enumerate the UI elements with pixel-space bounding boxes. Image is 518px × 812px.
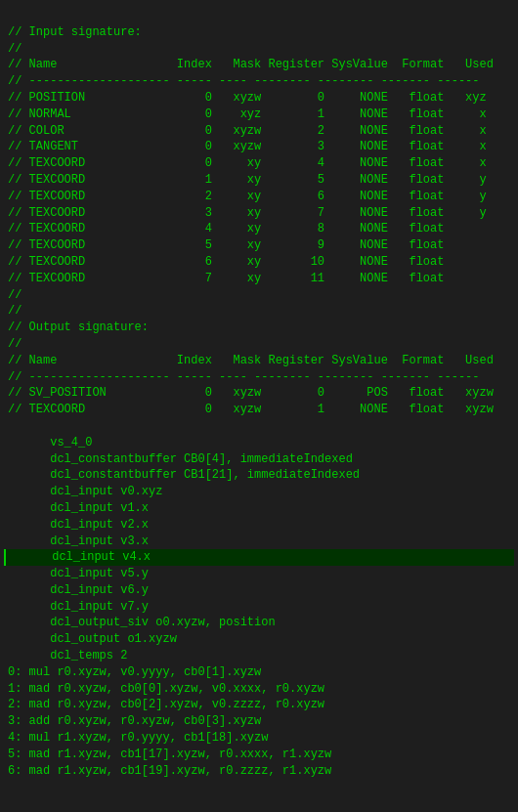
code-line: dcl_temps 2 [4,648,514,664]
code-line: dcl_output o1.xyzw [4,631,514,648]
code-line: // TEXCOORD 0 xyzw 1 NONE float xyzw [4,402,514,418]
code-line: dcl_input v2.x [4,517,514,534]
code-display: // Input signature://// Name Index Mask … [0,0,518,787]
code-line: 5: mad r1.xyzw, cb1[17].xyzw, r0.xxxx, r… [4,747,514,763]
code-line: // TEXCOORD 3 xy 7 NONE float y [4,205,514,222]
code-line: // SV_POSITION 0 xyzw 0 POS float xyzw [4,385,514,402]
code-line: 2: mad r0.xyzw, cb0[2].xyzw, v0.zzzz, r0… [4,697,514,713]
code-line: vs_4_0 [4,435,514,451]
code-line: dcl_input v4.x [4,549,514,566]
code-line: // TEXCOORD 7 xy 11 NONE float [4,271,514,287]
code-line: // -------------------- ----- ---- -----… [4,73,514,90]
code-line: 0: mul r0.xyzw, v0.yyyy, cb0[1].xyzw [4,664,514,681]
code-line: dcl_input v7.y [4,599,514,616]
code-line: 4: mul r1.xyzw, r0.yyyy, cb1[18].xyzw [4,730,514,747]
code-line: 1: mad r0.xyzw, cb0[0].xyzw, v0.xxxx, r0… [4,681,514,698]
code-line [4,418,514,435]
code-line: // [4,41,514,58]
code-line: // [4,303,514,320]
code-line: dcl_input v6.y [4,582,514,599]
code-line: // Input signature: [4,24,514,41]
code-line: // [4,336,514,353]
code-line: // TEXCOORD 1 xy 5 NONE float y [4,172,514,189]
code-line: // NORMAL 0 xyz 1 NONE float x [4,107,514,123]
code-line: // COLOR 0 xyzw 2 NONE float x [4,123,514,140]
code-line: 6: mad r1.xyzw, cb1[19].xyzw, r0.zzzz, r… [4,763,514,780]
code-line: dcl_input v0.xyz [4,484,514,500]
code-line: // TEXCOORD 0 xy 4 NONE float x [4,155,514,172]
code-line: // [4,287,514,304]
code-line: dcl_input v5.y [4,566,514,582]
code-line: // TEXCOORD 2 xy 6 NONE float y [4,189,514,205]
code-line: // Output signature: [4,320,514,336]
code-line: // -------------------- ----- ---- -----… [4,369,514,386]
code-line: 3: add r0.xyzw, r0.xyzw, cb0[3].xyzw [4,713,514,730]
code-line: dcl_input v3.x [4,534,514,550]
code-line: // POSITION 0 xyzw 0 NONE float xyz [4,90,514,107]
code-line: // Name Index Mask Register SysValue For… [4,57,514,73]
code-line: // TEXCOORD 4 xy 8 NONE float [4,221,514,237]
code-line: // TEXCOORD 6 xy 10 NONE float [4,254,514,271]
code-line: // TANGENT 0 xyzw 3 NONE float x [4,139,514,155]
code-line: dcl_constantbuffer CB1[21], immediateInd… [4,467,514,484]
code-line: dcl_input v1.x [4,500,514,517]
code-line: // TEXCOORD 5 xy 9 NONE float [4,237,514,254]
code-line: dcl_constantbuffer CB0[4], immediateInde… [4,451,514,468]
code-line: // Name Index Mask Register SysValue For… [4,353,514,369]
code-line: dcl_output_siv o0.xyzw, position [4,615,514,631]
